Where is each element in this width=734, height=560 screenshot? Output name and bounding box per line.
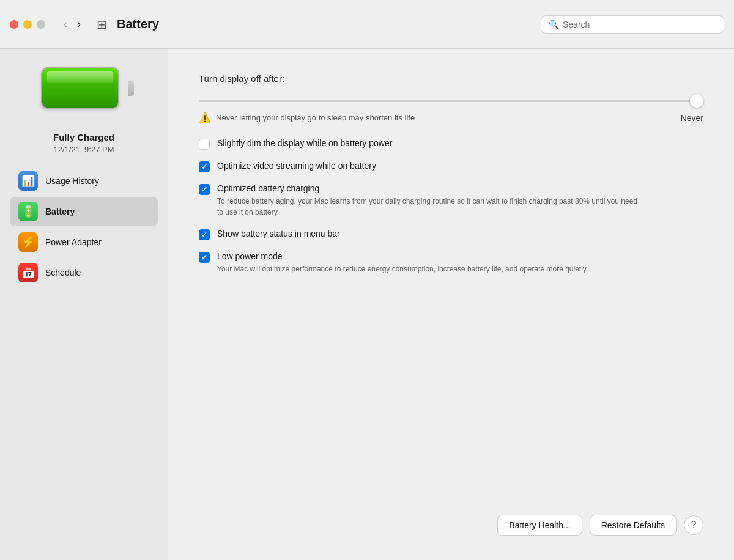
never-label: Never xyxy=(681,113,703,123)
content-area: Turn display off after: ⚠️ Never letting… xyxy=(168,49,734,560)
option-row-dim-display: Slightly dim the display while on batter… xyxy=(199,138,703,150)
search-input[interactable] xyxy=(563,20,716,29)
usage-history-icon: 📊 xyxy=(18,171,38,191)
sidebar-item-schedule[interactable]: 📅 Schedule xyxy=(10,258,158,287)
option-label-optimize-video: Optimize video streaming while on batter… xyxy=(217,161,376,171)
battery-visual xyxy=(41,67,127,110)
checkbox-dim-display[interactable] xyxy=(199,139,210,150)
close-button[interactable] xyxy=(10,20,18,29)
sidebar: Fully Charged 12/1/21, 9:27 PM 📊 Usage H… xyxy=(0,49,168,560)
slider-section-label: Turn display off after: xyxy=(199,73,703,84)
restore-defaults-button[interactable]: Restore Defaults xyxy=(590,515,677,536)
help-button[interactable]: ? xyxy=(684,515,703,535)
warning-row: ⚠️ Never letting your display go to slee… xyxy=(199,112,703,123)
bottom-bar: Battery Health... Restore Defaults ? xyxy=(497,515,703,536)
sidebar-item-label-power-adapter: Power Adapter xyxy=(45,237,102,247)
search-box[interactable]: 🔍 xyxy=(541,15,724,34)
sidebar-item-label-battery: Battery xyxy=(45,207,75,216)
sidebar-item-battery[interactable]: 🔋 Battery xyxy=(10,197,158,226)
battery-health-button[interactable]: Battery Health... xyxy=(497,515,582,536)
option-label-dim-display: Slightly dim the display while on batter… xyxy=(217,138,392,148)
schedule-icon: 📅 xyxy=(18,263,38,282)
display-off-slider[interactable] xyxy=(199,100,703,102)
option-row-optimized-charging: Optimized battery charging To reduce bat… xyxy=(199,183,703,218)
battery-shine xyxy=(47,71,113,83)
sidebar-item-power-adapter[interactable]: ⚡ Power Adapter xyxy=(10,227,158,257)
sidebar-item-label-usage-history: Usage History xyxy=(45,176,99,186)
option-label-optimized-charging: Optimized battery charging xyxy=(217,183,645,193)
option-desc-low-power-mode: Your Mac will optimize performance to re… xyxy=(217,263,588,274)
option-row-optimize-video: Optimize video streaming while on batter… xyxy=(199,161,703,172)
minimize-button[interactable] xyxy=(23,20,32,29)
option-text-optimize-video: Optimize video streaming while on batter… xyxy=(217,161,376,171)
page-title: Battery xyxy=(117,17,531,31)
battery-body xyxy=(41,67,119,109)
checkbox-optimized-charging[interactable] xyxy=(199,184,210,195)
battery-tip xyxy=(128,81,134,96)
checkbox-optimize-video[interactable] xyxy=(199,161,210,172)
sidebar-item-usage-history[interactable]: 📊 Usage History xyxy=(10,166,158,196)
forward-button[interactable]: › xyxy=(73,15,84,33)
battery-status: Fully Charged 12/1/21, 9:27 PM xyxy=(53,132,114,154)
options-list: Slightly dim the display while on batter… xyxy=(199,138,703,536)
battery-nav-icon: 🔋 xyxy=(18,202,38,221)
sidebar-item-label-schedule: Schedule xyxy=(45,268,81,278)
option-text-dim-display: Slightly dim the display while on batter… xyxy=(217,138,392,148)
back-button[interactable]: ‹ xyxy=(60,15,71,33)
warning-text: ⚠️ Never letting your display go to slee… xyxy=(199,112,415,123)
grid-icon: ⊞ xyxy=(97,17,107,32)
sidebar-nav: 📊 Usage History 🔋 Battery ⚡ Power Adapte… xyxy=(0,154,168,287)
option-desc-optimized-charging: To reduce battery aging, your Mac learns… xyxy=(217,196,645,218)
warning-icon: ⚠️ xyxy=(199,112,211,123)
window-controls xyxy=(10,20,45,29)
checkbox-low-power-mode[interactable] xyxy=(199,252,210,263)
nav-arrows: ‹ › xyxy=(60,15,84,33)
titlebar: ‹ › ⊞ Battery 🔍 xyxy=(0,0,734,49)
battery-status-time: 12/1/21, 9:27 PM xyxy=(53,145,114,154)
slider-container xyxy=(199,94,703,107)
option-row-show-battery-status: Show battery status in menu bar xyxy=(199,229,703,240)
option-text-show-battery-status: Show battery status in menu bar xyxy=(217,229,340,238)
option-label-show-battery-status: Show battery status in menu bar xyxy=(217,229,340,238)
checkbox-show-battery-status[interactable] xyxy=(199,229,210,240)
search-icon: 🔍 xyxy=(549,20,559,29)
maximize-button[interactable] xyxy=(37,20,45,29)
option-label-low-power-mode: Low power mode xyxy=(217,251,588,261)
warning-message: Never letting your display go to sleep m… xyxy=(216,113,415,122)
option-text-low-power-mode: Low power mode Your Mac will optimize pe… xyxy=(217,251,588,274)
main-layout: Fully Charged 12/1/21, 9:27 PM 📊 Usage H… xyxy=(0,49,734,560)
option-text-optimized-charging: Optimized battery charging To reduce bat… xyxy=(217,183,645,218)
option-row-low-power-mode: Low power mode Your Mac will optimize pe… xyxy=(199,251,703,274)
power-adapter-icon: ⚡ xyxy=(18,232,38,252)
battery-status-label: Fully Charged xyxy=(53,132,114,142)
battery-icon-container xyxy=(41,67,127,110)
